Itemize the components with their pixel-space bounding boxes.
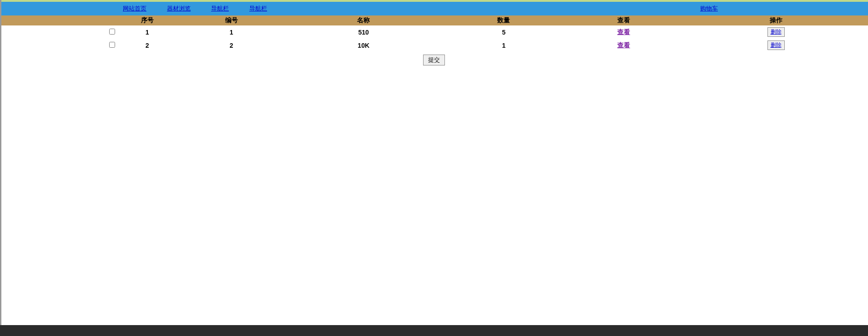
cell-name: 10K — [283, 39, 444, 52]
cart-table: 序号 编号 名称 数量 查看 操作 1 1 510 5 查看 删除 2 2 — [0, 15, 868, 52]
table-row: 2 2 10K 1 查看 删除 — [0, 39, 868, 52]
nav-link-3[interactable]: 导航栏 — [211, 5, 229, 13]
nav-bar: 网站首页 器材浏览 导航栏 导航栏 购物车 — [0, 2, 868, 15]
submit-button[interactable]: 提交 — [423, 55, 445, 65]
view-link[interactable]: 查看 — [617, 28, 630, 35]
cell-id: 1 — [179, 25, 283, 39]
th-view: 查看 — [564, 15, 684, 25]
cell-seq: 1 — [115, 25, 179, 39]
th-checkbox — [0, 15, 115, 25]
delete-button[interactable]: 删除 — [767, 40, 785, 50]
cell-id: 2 — [179, 39, 283, 52]
row-checkbox[interactable] — [109, 42, 115, 48]
cell-seq: 2 — [115, 39, 179, 52]
nav-right: 购物车 — [700, 5, 718, 13]
left-border — [0, 0, 1, 336]
cell-name: 510 — [283, 25, 444, 39]
nav-link-4[interactable]: 导航栏 — [249, 5, 267, 13]
th-id: 编号 — [179, 15, 283, 25]
nav-browse-link[interactable]: 器材浏览 — [167, 5, 191, 13]
footer — [0, 325, 868, 336]
nav-left: 网站首页 器材浏览 导航栏 导航栏 — [123, 5, 267, 13]
submit-row: 提交 — [0, 52, 868, 68]
table-row: 1 1 510 5 查看 删除 — [0, 25, 868, 39]
row-checkbox[interactable] — [109, 29, 115, 35]
cell-qty: 1 — [444, 39, 564, 52]
th-op: 操作 — [684, 15, 868, 25]
nav-inner: 网站首页 器材浏览 导航栏 导航栏 购物车 — [0, 5, 868, 13]
view-link[interactable]: 查看 — [617, 41, 630, 49]
nav-cart-link[interactable]: 购物车 — [700, 5, 718, 13]
table-container: 序号 编号 名称 数量 查看 操作 1 1 510 5 查看 删除 2 2 — [0, 15, 868, 68]
nav-home-link[interactable]: 网站首页 — [123, 5, 146, 13]
th-qty: 数量 — [444, 15, 564, 25]
table-header-row: 序号 编号 名称 数量 查看 操作 — [0, 15, 868, 25]
cell-qty: 5 — [444, 25, 564, 39]
th-seq: 序号 — [115, 15, 179, 25]
delete-button[interactable]: 删除 — [767, 27, 785, 37]
th-name: 名称 — [283, 15, 444, 25]
